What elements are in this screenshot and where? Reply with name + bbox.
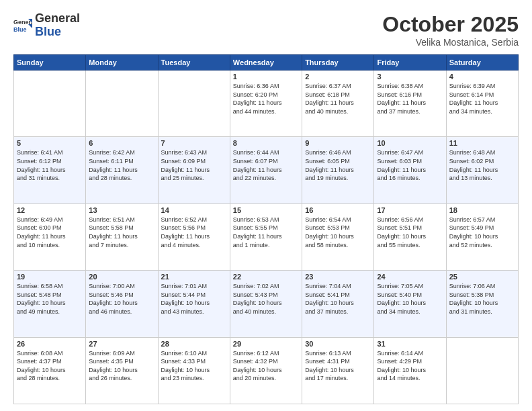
day-number: 1: [233, 73, 299, 81]
calendar-week-2: 12Sunrise: 6:49 AM Sunset: 6:00 PM Dayli…: [14, 203, 519, 270]
calendar-cell: 14Sunrise: 6:52 AM Sunset: 5:56 PM Dayli…: [158, 203, 230, 270]
day-info: Sunrise: 6:08 AM Sunset: 4:37 PM Dayligh…: [17, 349, 83, 383]
day-number: 28: [161, 340, 227, 348]
day-number: 12: [17, 206, 83, 214]
col-friday: Friday: [374, 55, 446, 71]
calendar-cell: 28Sunrise: 6:10 AM Sunset: 4:33 PM Dayli…: [158, 337, 230, 404]
day-info: Sunrise: 7:01 AM Sunset: 5:44 PM Dayligh…: [161, 282, 227, 316]
calendar-table: Sunday Monday Tuesday Wednesday Thursday…: [13, 54, 519, 404]
day-info: Sunrise: 7:05 AM Sunset: 5:40 PM Dayligh…: [377, 282, 443, 316]
svg-text:Blue: Blue: [13, 26, 27, 33]
col-sunday: Sunday: [14, 55, 86, 71]
day-info: Sunrise: 6:38 AM Sunset: 6:16 PM Dayligh…: [377, 82, 443, 116]
col-thursday: Thursday: [302, 55, 374, 71]
calendar-cell: 11Sunrise: 6:48 AM Sunset: 6:02 PM Dayli…: [446, 137, 518, 203]
calendar-week-4: 26Sunrise: 6:08 AM Sunset: 4:37 PM Dayli…: [14, 337, 519, 404]
calendar-cell: 18Sunrise: 6:57 AM Sunset: 5:49 PM Dayli…: [446, 203, 518, 270]
day-number: 19: [17, 273, 83, 281]
location-subtitle: Velika Mostanica, Serbia: [382, 37, 519, 48]
calendar-cell: 12Sunrise: 6:49 AM Sunset: 6:00 PM Dayli…: [14, 203, 86, 270]
day-info: Sunrise: 6:53 AM Sunset: 5:55 PM Dayligh…: [233, 216, 299, 249]
day-number: 27: [89, 340, 154, 348]
logo-text: General Blue: [35, 12, 80, 39]
day-number: 14: [161, 206, 227, 214]
day-number: 15: [233, 206, 299, 214]
day-number: 17: [377, 206, 443, 214]
day-info: Sunrise: 7:02 AM Sunset: 5:43 PM Dayligh…: [233, 282, 299, 316]
day-number: 18: [449, 206, 515, 214]
day-number: 24: [377, 273, 443, 281]
day-info: Sunrise: 6:12 AM Sunset: 4:32 PM Dayligh…: [233, 349, 299, 383]
day-number: 29: [233, 340, 299, 348]
calendar-cell: 13Sunrise: 6:51 AM Sunset: 5:58 PM Dayli…: [86, 203, 158, 270]
day-info: Sunrise: 6:47 AM Sunset: 6:03 PM Dayligh…: [377, 148, 443, 182]
calendar-week-0: 1Sunrise: 6:36 AM Sunset: 6:20 PM Daylig…: [14, 71, 519, 137]
calendar-cell: 1Sunrise: 6:36 AM Sunset: 6:20 PM Daylig…: [230, 71, 302, 137]
logo-icon: General Blue: [13, 16, 32, 35]
day-info: Sunrise: 6:43 AM Sunset: 6:09 PM Dayligh…: [161, 148, 227, 182]
calendar-cell: 5Sunrise: 6:41 AM Sunset: 6:12 PM Daylig…: [14, 137, 86, 203]
day-info: Sunrise: 6:37 AM Sunset: 6:18 PM Dayligh…: [305, 82, 371, 116]
calendar-cell: 22Sunrise: 7:02 AM Sunset: 5:43 PM Dayli…: [230, 271, 302, 337]
calendar-cell: [446, 337, 518, 404]
day-info: Sunrise: 6:51 AM Sunset: 5:58 PM Dayligh…: [89, 216, 154, 249]
svg-marker-4: [28, 24, 32, 28]
day-number: 25: [449, 273, 515, 281]
day-info: Sunrise: 6:42 AM Sunset: 6:11 PM Dayligh…: [89, 148, 154, 182]
day-number: 4: [449, 73, 515, 81]
calendar-cell: 26Sunrise: 6:08 AM Sunset: 4:37 PM Dayli…: [14, 337, 86, 404]
day-number: 9: [305, 139, 371, 147]
calendar-cell: 10Sunrise: 6:47 AM Sunset: 6:03 PM Dayli…: [374, 137, 446, 203]
day-info: Sunrise: 6:56 AM Sunset: 5:51 PM Dayligh…: [377, 216, 443, 249]
calendar-cell: 9Sunrise: 6:46 AM Sunset: 6:05 PM Daylig…: [302, 137, 374, 203]
day-info: Sunrise: 7:04 AM Sunset: 5:41 PM Dayligh…: [305, 282, 371, 316]
day-number: 8: [233, 139, 299, 147]
calendar-cell: 6Sunrise: 6:42 AM Sunset: 6:11 PM Daylig…: [86, 137, 158, 203]
day-info: Sunrise: 6:39 AM Sunset: 6:14 PM Dayligh…: [449, 82, 515, 116]
logo-general-text: General: [35, 12, 80, 26]
day-number: 6: [89, 139, 154, 147]
calendar-cell: 24Sunrise: 7:05 AM Sunset: 5:40 PM Dayli…: [374, 271, 446, 337]
day-info: Sunrise: 6:49 AM Sunset: 6:00 PM Dayligh…: [17, 216, 83, 249]
calendar-cell: 30Sunrise: 6:13 AM Sunset: 4:31 PM Dayli…: [302, 337, 374, 404]
calendar-header-row: Sunday Monday Tuesday Wednesday Thursday…: [14, 55, 519, 71]
calendar-cell: 4Sunrise: 6:39 AM Sunset: 6:14 PM Daylig…: [446, 71, 518, 137]
calendar-cell: 19Sunrise: 6:58 AM Sunset: 5:48 PM Dayli…: [14, 271, 86, 337]
header: General Blue General Blue October 2025 V…: [13, 12, 519, 48]
day-number: 22: [233, 273, 299, 281]
title-block: October 2025 Velika Mostanica, Serbia: [382, 12, 519, 48]
calendar-cell: [86, 71, 158, 137]
day-info: Sunrise: 6:13 AM Sunset: 4:31 PM Dayligh…: [305, 349, 371, 383]
day-number: 11: [449, 139, 515, 147]
day-info: Sunrise: 6:46 AM Sunset: 6:05 PM Dayligh…: [305, 148, 371, 182]
calendar-cell: 25Sunrise: 7:06 AM Sunset: 5:38 PM Dayli…: [446, 271, 518, 337]
day-number: 26: [17, 340, 83, 348]
day-info: Sunrise: 6:48 AM Sunset: 6:02 PM Dayligh…: [449, 148, 515, 182]
day-info: Sunrise: 6:57 AM Sunset: 5:49 PM Dayligh…: [449, 216, 515, 249]
day-number: 31: [377, 340, 443, 348]
logo-blue-text: Blue: [35, 26, 80, 39]
calendar-cell: 3Sunrise: 6:38 AM Sunset: 6:16 PM Daylig…: [374, 71, 446, 137]
day-number: 2: [305, 73, 371, 81]
calendar-cell: 27Sunrise: 6:09 AM Sunset: 4:35 PM Dayli…: [86, 337, 158, 404]
calendar-cell: 23Sunrise: 7:04 AM Sunset: 5:41 PM Dayli…: [302, 271, 374, 337]
day-number: 7: [161, 139, 227, 147]
calendar-week-3: 19Sunrise: 6:58 AM Sunset: 5:48 PM Dayli…: [14, 271, 519, 337]
day-info: Sunrise: 6:10 AM Sunset: 4:33 PM Dayligh…: [161, 349, 227, 383]
calendar-cell: 29Sunrise: 6:12 AM Sunset: 4:32 PM Dayli…: [230, 337, 302, 404]
day-info: Sunrise: 6:41 AM Sunset: 6:12 PM Dayligh…: [17, 148, 83, 182]
day-number: 13: [89, 206, 154, 214]
day-number: 23: [305, 273, 371, 281]
calendar-cell: 17Sunrise: 6:56 AM Sunset: 5:51 PM Dayli…: [374, 203, 446, 270]
col-saturday: Saturday: [446, 55, 518, 71]
calendar-cell: [14, 71, 86, 137]
day-info: Sunrise: 6:54 AM Sunset: 5:53 PM Dayligh…: [305, 216, 371, 249]
day-info: Sunrise: 7:06 AM Sunset: 5:38 PM Dayligh…: [449, 282, 515, 316]
col-monday: Monday: [86, 55, 158, 71]
calendar-cell: 21Sunrise: 7:01 AM Sunset: 5:44 PM Dayli…: [158, 271, 230, 337]
day-info: Sunrise: 6:36 AM Sunset: 6:20 PM Dayligh…: [233, 82, 299, 116]
calendar-cell: 16Sunrise: 6:54 AM Sunset: 5:53 PM Dayli…: [302, 203, 374, 270]
day-number: 30: [305, 340, 371, 348]
calendar-cell: 8Sunrise: 6:44 AM Sunset: 6:07 PM Daylig…: [230, 137, 302, 203]
day-number: 21: [161, 273, 227, 281]
